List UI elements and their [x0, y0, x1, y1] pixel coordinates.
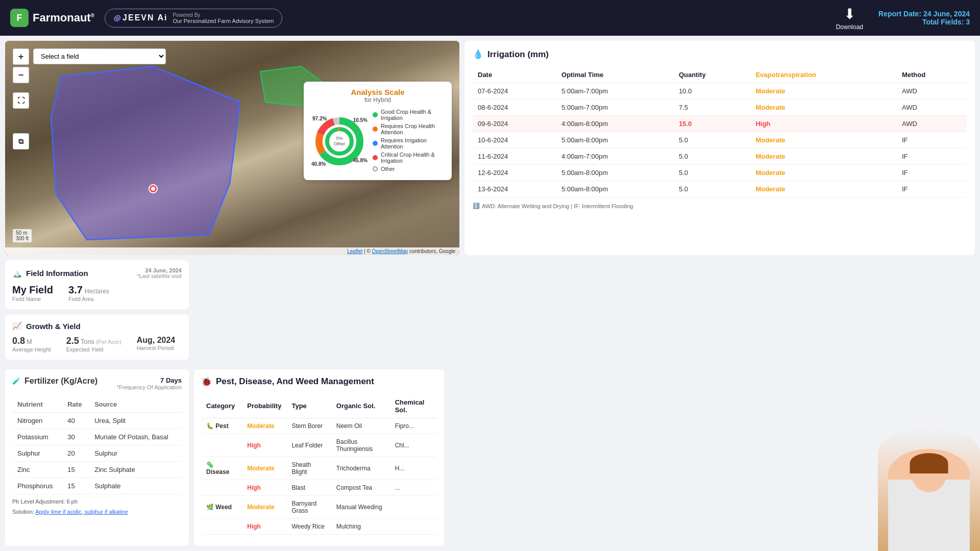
analysis-legend: Good Crop Health & IrrigationRequires Cr… — [373, 109, 444, 174]
legend-dot — [373, 141, 378, 146]
analysis-scale-popup: Analysis Scale for Hybrid — [304, 82, 452, 180]
pest-col-category: Category — [201, 394, 242, 418]
zoom-in-button[interactable]: + — [13, 48, 29, 65]
cell-et: Moderate — [750, 99, 897, 116]
fert-header: 🧪 Fertilizer (Kg/Acre) 7 Days *Frequency… — [12, 377, 182, 390]
info-icon: ℹ️ — [473, 203, 480, 209]
cell-date: 08-6-2024 — [473, 99, 556, 116]
table-row: 🐛 Pest Moderate Stem Borer Neem Oil Fipr… — [201, 418, 437, 434]
category-icon: 🦠 — [206, 461, 214, 468]
cell-chemical: H... — [390, 457, 437, 480]
harvest-block: Aug, 2024 Harvest Period — [137, 336, 176, 353]
osm-link[interactable]: OpenStreetMap — [372, 248, 408, 254]
fullscreen-button[interactable]: ⛶ — [13, 92, 29, 109]
cell-date: 12-6-2024 — [473, 165, 556, 181]
cell-source: Sulphur — [89, 445, 182, 461]
legend-dot — [373, 155, 378, 160]
cell-chemical — [390, 495, 437, 518]
cell-rate: 30 — [62, 429, 89, 445]
table-row: 09-6-2024 4:00am-8:00pm 15.0 High AWD — [473, 116, 967, 132]
pest-table: Category Probability Type Organic Sol. C… — [201, 394, 437, 535]
field-select[interactable]: Select a field — [33, 48, 166, 64]
cell-et: Moderate — [750, 165, 897, 181]
cell-category: 🐛 Pest — [201, 418, 242, 434]
table-row: Nitrogen 40 Urea, Split — [12, 412, 182, 429]
col-date: Date — [473, 67, 556, 83]
cell-chemical: Chl... — [390, 434, 437, 457]
category-icon: 🌿 — [206, 504, 214, 511]
table-row: Potassium 30 Muriate Of Potash, Basal — [12, 429, 182, 445]
cell-nutrient: Sulphur — [12, 445, 62, 461]
total-fields: Total Fields: 3 — [878, 18, 970, 26]
cell-rate: 15 — [62, 478, 89, 494]
farmonaut-icon: F — [10, 9, 29, 27]
cell-chemical: ... — [390, 480, 437, 495]
cell-time: 4:00am-8:00pm — [556, 116, 674, 132]
col-method: Method — [897, 67, 967, 83]
legend-label: Other — [381, 166, 395, 172]
field-name-block: My Field Field Name — [12, 284, 53, 302]
logo-text: Farmonaut® — [33, 11, 94, 24]
map-background: + − ⛶ ⧉ Select a field Analysis Scale — [5, 41, 459, 255]
table-row: 13-6-2024 5:00am-8:00pm 5.0 Moderate IF — [473, 181, 967, 197]
table-row: High Leaf Folder Bacillus Thuringiensis … — [201, 434, 437, 457]
leaflet-link[interactable]: Leaflet — [347, 248, 362, 254]
table-row: 12-6-2024 5:00am-8:00pm 5.0 Moderate IF — [473, 165, 967, 181]
cell-et: High — [750, 116, 897, 132]
yield-block: 2.5 Tons (Per Acre) Expected Yield — [66, 336, 121, 353]
zoom-out-button[interactable]: − — [13, 67, 29, 83]
fert-col-nutrient: Nutrient — [12, 396, 62, 413]
cell-nutrient: Nitrogen — [12, 412, 62, 429]
field-select-dropdown[interactable]: Select a field — [33, 48, 166, 64]
table-row: 10-6-2024 5:00am-8:00pm 5.0 Moderate IF — [473, 132, 967, 148]
cell-type: Leaf Folder — [286, 434, 331, 457]
cell-time: 5:00am-8:00pm — [556, 181, 674, 197]
height-block: 0.8 M Average Height — [12, 336, 51, 353]
cell-chemical: Fipro... — [390, 418, 437, 434]
col-qty: Quantity — [674, 67, 751, 83]
legend-dot — [373, 112, 378, 117]
legend-item: Requires Irrigation Attention — [373, 137, 444, 149]
cell-method: AWD — [897, 83, 967, 99]
cell-method: IF — [897, 148, 967, 165]
irrigation-table: Date Optimal Time Quantity Evapotranspir… — [473, 67, 967, 197]
table-row: High Weedy Rice Mulching — [201, 518, 437, 534]
pest-col-organic: Organic Sol. — [331, 394, 390, 418]
fert-table: Nutrient Rate Source Nitrogen 40 Urea, S… — [12, 396, 182, 494]
cell-prob: High — [242, 434, 286, 457]
jeevn-info: Powered By Our Personalized Farm Advisor… — [173, 12, 274, 24]
layers-button[interactable]: ⧉ — [13, 133, 29, 149]
cell-source: Zinc Sulphate — [89, 461, 182, 478]
irrigation-note: ℹ️ AWD: Alternate Wetting and Drying | I… — [473, 203, 967, 209]
cell-organic: Mulching — [331, 518, 390, 534]
cell-type: Barnyard Grass — [286, 495, 331, 518]
field-date: 24 June, 2024 *Last satellite visit — [137, 267, 182, 279]
pest-col-chemical: Chemical Sol. — [390, 394, 437, 418]
legend-item: Requires Crop Health Attention — [373, 123, 444, 135]
cell-rate: 40 — [62, 412, 89, 429]
fert-icon: 🧪 — [12, 377, 20, 385]
cell-qty: 5.0 — [674, 148, 751, 165]
cell-date: 09-6-2024 — [473, 116, 556, 132]
cell-time: 4:00am-7:00pm — [556, 148, 674, 165]
table-row: 🦠 Disease Moderate Sheath Blight Trichod… — [201, 457, 437, 480]
cell-qty: 15.0 — [674, 116, 751, 132]
cell-prob: Moderate — [242, 457, 286, 480]
cell-nutrient: Zinc — [12, 461, 62, 478]
jeevn-badge: ◎ JEEVN Ai Powered By Our Personalized F… — [105, 9, 282, 28]
map-scale: 50 m 300 ft — [13, 229, 32, 242]
cell-time: 5:00am-8:00pm — [556, 132, 674, 148]
cell-qty: 10.0 — [674, 83, 751, 99]
cell-chemical — [390, 518, 437, 534]
cell-prob: Moderate — [242, 418, 286, 434]
pest-panel: 🐞 Pest, Disease, And Weed Management Cat… — [194, 369, 444, 546]
table-row: Sulphur 20 Sulphur — [12, 445, 182, 461]
svg-point-3 — [151, 187, 155, 191]
cell-source: Muriate Of Potash, Basal — [89, 429, 182, 445]
cell-prob: Moderate — [242, 495, 286, 518]
field-icon: 🏔️ — [12, 269, 22, 278]
cell-et: Moderate — [750, 181, 897, 197]
download-button[interactable]: ⬇ Download — [836, 6, 863, 31]
cell-type: Stem Borer — [286, 418, 331, 434]
fertilizer-panel: 🧪 Fertilizer (Kg/Acre) 7 Days *Frequency… — [5, 369, 189, 546]
